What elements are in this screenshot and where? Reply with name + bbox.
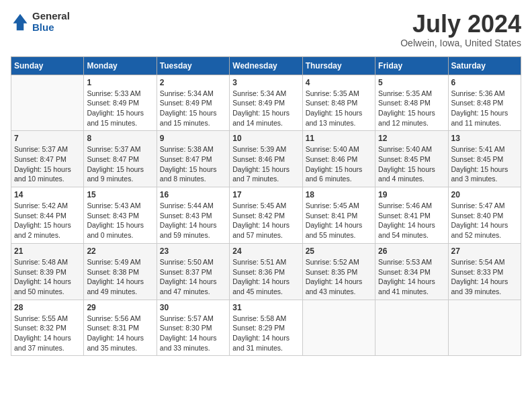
day-number: 8 [87,134,153,143]
day-number: 17 [232,190,299,199]
logo: General Blue [11,11,70,33]
day-number: 27 [451,246,518,256]
day-info: Sunrise: 5:37 AMSunset: 8:47 PMDaylight:… [87,144,153,184]
calendar-cell: 19Sunrise: 5:46 AMSunset: 8:41 PMDayligh… [375,187,448,244]
day-number: 24 [232,246,299,256]
calendar-week-3: 14Sunrise: 5:42 AMSunset: 8:44 PMDayligh… [11,187,521,244]
day-info: Sunrise: 5:34 AMSunset: 8:49 PMDaylight:… [160,89,226,128]
day-number: 22 [87,246,153,256]
day-info: Sunrise: 5:34 AMSunset: 8:49 PMDaylight:… [232,89,299,128]
weekday-header-sunday: Sunday [11,56,84,75]
day-info: Sunrise: 5:48 AMSunset: 8:39 PMDaylight:… [14,257,81,297]
calendar-cell: 14Sunrise: 5:42 AMSunset: 8:44 PMDayligh… [11,187,84,244]
day-info: Sunrise: 5:45 AMSunset: 8:41 PMDaylight:… [306,201,372,240]
day-number: 11 [306,134,372,143]
day-number: 1 [87,78,153,87]
weekday-header-tuesday: Tuesday [157,56,229,75]
day-info: Sunrise: 5:57 AMSunset: 8:30 PMDaylight:… [160,314,226,353]
day-info: Sunrise: 5:42 AMSunset: 8:44 PMDaylight:… [14,201,81,240]
calendar-week-5: 28Sunrise: 5:55 AMSunset: 8:32 PMDayligh… [11,300,521,356]
day-info: Sunrise: 5:40 AMSunset: 8:46 PMDaylight:… [306,144,372,184]
day-number: 15 [87,190,153,199]
day-info: Sunrise: 5:44 AMSunset: 8:43 PMDaylight:… [160,201,226,240]
logo-icon [11,13,30,32]
calendar-cell: 17Sunrise: 5:45 AMSunset: 8:42 PMDayligh… [230,187,302,244]
calendar-cell: 26Sunrise: 5:53 AMSunset: 8:34 PMDayligh… [375,243,448,300]
calendar-cell: 21Sunrise: 5:48 AMSunset: 8:39 PMDayligh… [11,243,84,300]
calendar-cell: 25Sunrise: 5:52 AMSunset: 8:35 PMDayligh… [302,243,375,300]
day-number: 6 [451,78,518,87]
calendar-cell: 11Sunrise: 5:40 AMSunset: 8:46 PMDayligh… [302,131,375,187]
calendar-cell: 30Sunrise: 5:57 AMSunset: 8:30 PMDayligh… [157,300,229,356]
calendar-cell: 29Sunrise: 5:56 AMSunset: 8:31 PMDayligh… [84,300,157,356]
calendar-cell: 7Sunrise: 5:37 AMSunset: 8:47 PMDaylight… [11,131,84,187]
day-info: Sunrise: 5:39 AMSunset: 8:46 PMDaylight:… [232,144,299,184]
day-number: 23 [160,246,226,256]
day-number: 2 [160,78,226,87]
day-number: 7 [14,134,81,143]
calendar-cell: 15Sunrise: 5:43 AMSunset: 8:43 PMDayligh… [84,187,157,244]
day-info: Sunrise: 5:53 AMSunset: 8:34 PMDaylight:… [378,257,445,297]
day-info: Sunrise: 5:54 AMSunset: 8:33 PMDaylight:… [451,257,518,297]
day-number: 19 [378,190,445,199]
weekday-header-wednesday: Wednesday [230,56,302,75]
logo-general: General [32,11,70,22]
calendar-cell: 2Sunrise: 5:34 AMSunset: 8:49 PMDaylight… [157,75,229,131]
day-number: 12 [378,134,445,143]
day-info: Sunrise: 5:50 AMSunset: 8:37 PMDaylight:… [160,257,226,297]
weekday-header-saturday: Saturday [448,56,521,75]
day-info: Sunrise: 5:35 AMSunset: 8:48 PMDaylight:… [378,89,445,128]
day-number: 10 [232,134,299,143]
day-info: Sunrise: 5:51 AMSunset: 8:36 PMDaylight:… [232,257,299,297]
svg-marker-0 [13,13,28,30]
day-info: Sunrise: 5:49 AMSunset: 8:38 PMDaylight:… [87,257,153,297]
calendar-week-4: 21Sunrise: 5:48 AMSunset: 8:39 PMDayligh… [11,243,521,300]
day-info: Sunrise: 5:45 AMSunset: 8:42 PMDaylight:… [232,201,299,240]
subtitle: Oelwein, Iowa, United States [400,38,521,48]
weekday-header-row: SundayMondayTuesdayWednesdayThursdayFrid… [11,56,521,75]
day-number: 4 [306,78,372,87]
page-header: General Blue July 2024 Oelwein, Iowa, Un… [11,11,521,48]
calendar-cell: 27Sunrise: 5:54 AMSunset: 8:33 PMDayligh… [448,243,521,300]
day-number: 21 [14,246,81,256]
weekday-header-friday: Friday [375,56,448,75]
day-number: 28 [14,303,81,312]
calendar-cell: 23Sunrise: 5:50 AMSunset: 8:37 PMDayligh… [157,243,229,300]
day-number: 14 [14,190,81,199]
day-info: Sunrise: 5:52 AMSunset: 8:35 PMDaylight:… [306,257,372,297]
day-info: Sunrise: 5:43 AMSunset: 8:43 PMDaylight:… [87,201,153,240]
calendar-cell: 1Sunrise: 5:33 AMSunset: 8:49 PMDaylight… [84,75,157,131]
calendar-cell: 31Sunrise: 5:58 AMSunset: 8:29 PMDayligh… [230,300,302,356]
day-number: 3 [232,78,299,87]
day-info: Sunrise: 5:37 AMSunset: 8:47 PMDaylight:… [14,144,81,184]
day-info: Sunrise: 5:47 AMSunset: 8:40 PMDaylight:… [451,201,518,240]
logo-blue: Blue [32,22,70,34]
day-number: 29 [87,303,153,312]
calendar-cell: 9Sunrise: 5:38 AMSunset: 8:47 PMDaylight… [157,131,229,187]
day-number: 13 [451,134,518,143]
calendar-cell: 8Sunrise: 5:37 AMSunset: 8:47 PMDaylight… [84,131,157,187]
day-number: 20 [451,190,518,199]
day-info: Sunrise: 5:35 AMSunset: 8:48 PMDaylight:… [306,89,372,128]
calendar-cell [11,75,84,131]
calendar-cell [448,300,521,356]
calendar-cell: 28Sunrise: 5:55 AMSunset: 8:32 PMDayligh… [11,300,84,356]
calendar-cell: 10Sunrise: 5:39 AMSunset: 8:46 PMDayligh… [230,131,302,187]
calendar-cell: 6Sunrise: 5:36 AMSunset: 8:48 PMDaylight… [448,75,521,131]
calendar-cell [375,300,448,356]
main-title: July 2024 [400,11,521,38]
logo-text: General Blue [32,11,70,33]
calendar-cell [302,300,375,356]
day-info: Sunrise: 5:46 AMSunset: 8:41 PMDaylight:… [378,201,445,240]
day-info: Sunrise: 5:36 AMSunset: 8:48 PMDaylight:… [451,89,518,128]
title-block: July 2024 Oelwein, Iowa, United States [400,11,521,48]
calendar-cell: 3Sunrise: 5:34 AMSunset: 8:49 PMDaylight… [230,75,302,131]
calendar-week-2: 7Sunrise: 5:37 AMSunset: 8:47 PMDaylight… [11,131,521,187]
calendar-cell: 22Sunrise: 5:49 AMSunset: 8:38 PMDayligh… [84,243,157,300]
day-number: 9 [160,134,226,143]
calendar-cell: 20Sunrise: 5:47 AMSunset: 8:40 PMDayligh… [448,187,521,244]
day-info: Sunrise: 5:58 AMSunset: 8:29 PMDaylight:… [232,314,299,353]
calendar-week-1: 1Sunrise: 5:33 AMSunset: 8:49 PMDaylight… [11,75,521,131]
day-info: Sunrise: 5:41 AMSunset: 8:45 PMDaylight:… [451,144,518,184]
day-number: 31 [232,303,299,312]
